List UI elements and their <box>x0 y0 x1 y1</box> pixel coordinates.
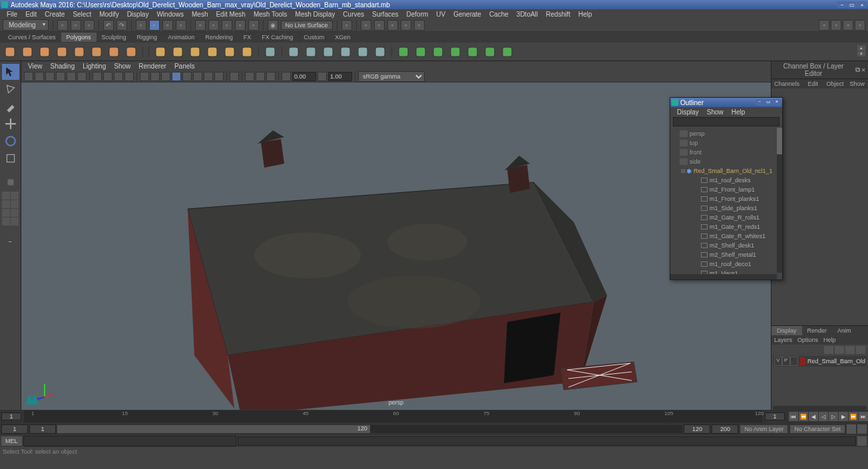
gamma-field[interactable] <box>328 72 352 81</box>
outliner-maximize-icon[interactable]: ▭ <box>764 99 772 106</box>
outliner-camera-front[interactable]: front <box>670 148 782 157</box>
menu-select[interactable]: Select <box>69 11 95 18</box>
panel-menu-renderer[interactable]: Renderer <box>134 63 170 70</box>
outliner-camera-side[interactable]: side <box>670 157 782 166</box>
xray-components-icon[interactable] <box>266 72 276 81</box>
wireframe-icon[interactable] <box>140 72 149 81</box>
film-gate-icon[interactable] <box>103 72 112 81</box>
select-camera-icon[interactable] <box>24 72 33 81</box>
outliner-camera-top[interactable]: top <box>670 138 782 148</box>
outliner-mesh-m2_Front_lamp1[interactable]: m2_Front_lamp1 <box>670 185 782 194</box>
save-scene-icon[interactable]: ▫ <box>84 20 95 31</box>
shelf-plane-icon[interactable] <box>89 45 104 59</box>
step-back-key-icon[interactable]: ⏪ <box>799 412 808 421</box>
outliner-mesh-m2_Shelf_metal1[interactable]: m2_Shelf_metal1 <box>670 250 782 259</box>
panel-layout-icon-3[interactable]: ▫ <box>843 20 853 31</box>
shelf-quad-icon[interactable] <box>413 45 428 59</box>
new-scene-icon[interactable]: ▫ <box>57 20 68 31</box>
shelf-tab-polygons[interactable]: Polygons <box>61 33 97 42</box>
lights-icon[interactable] <box>172 72 181 81</box>
shelf-target-icon[interactable] <box>483 45 497 59</box>
range-end-field[interactable] <box>684 424 710 434</box>
panel-menu-lighting[interactable]: Lighting <box>79 63 110 70</box>
menu-cache[interactable]: Cache <box>485 11 513 18</box>
command-input[interactable] <box>23 436 236 446</box>
shelf-cube-icon[interactable] <box>20 45 35 59</box>
grid-icon[interactable] <box>93 72 102 81</box>
layer-move-down-icon[interactable] <box>835 346 844 354</box>
shelf-tab-animation[interactable]: Animation <box>162 33 200 42</box>
render-settings-icon[interactable]: ▫ <box>387 20 398 31</box>
shelf-disc-icon[interactable] <box>107 45 121 59</box>
cb-tab-edit[interactable]: Edit <box>802 79 823 88</box>
current-frame-end-field[interactable] <box>765 412 785 420</box>
layout-two-h-icon[interactable] <box>2 200 10 208</box>
shelf-plat-cone-icon[interactable] <box>205 45 220 59</box>
shelf-tab-rigging[interactable]: Rigging <box>132 33 163 42</box>
shelf-torus-icon[interactable] <box>72 45 87 59</box>
panel-layout-icon-4[interactable]: ▫ <box>855 20 865 31</box>
shelf-mirror-icon[interactable] <box>448 45 463 59</box>
menu-help[interactable]: Help <box>574 11 596 18</box>
layout-custom-icon[interactable] <box>11 209 19 217</box>
shelf-extrude-icon[interactable] <box>286 45 301 59</box>
shelf-smooth-icon[interactable] <box>355 45 370 59</box>
outliner-mesh-m2_Gate_R_rolls1[interactable]: m2_Gate_R_rolls1 <box>670 213 782 222</box>
shelf-tab-rendering[interactable]: Rendering <box>200 33 238 42</box>
menu-file[interactable]: File <box>3 11 21 18</box>
shelf-crease-icon[interactable] <box>500 45 515 59</box>
layout-three-icon[interactable] <box>2 209 10 217</box>
redo-icon[interactable]: ↷ <box>116 20 127 31</box>
open-scene-icon[interactable]: ▫ <box>71 20 81 31</box>
shelf-scroll-down-icon[interactable]: ▾ <box>857 51 865 57</box>
menu-windows[interactable]: Windows <box>152 11 188 18</box>
outliner-search-field[interactable] <box>673 117 779 126</box>
range-start2-field[interactable] <box>29 424 56 434</box>
layout-persp-icon[interactable] <box>11 218 19 226</box>
shaded-icon[interactable] <box>150 72 160 81</box>
shelf-cone-icon[interactable] <box>55 45 69 59</box>
shelf-plat-sphere-icon[interactable] <box>153 45 168 59</box>
exposure-field[interactable] <box>292 72 316 81</box>
shelf-plat-cyl-icon[interactable] <box>188 45 202 59</box>
goto-end-icon[interactable]: ⏭ <box>859 412 868 421</box>
time-ruler[interactable]: 1153045607590105120 <box>24 410 762 422</box>
layer-new-selected-icon[interactable] <box>856 346 865 354</box>
shelf-tab-curves-surfaces[interactable]: Curves / Surfaces <box>3 33 61 42</box>
isolate-icon[interactable] <box>230 72 239 81</box>
layer-menu-options[interactable]: Options <box>797 337 818 343</box>
image-plane-icon[interactable] <box>56 72 65 81</box>
play-back-icon[interactable]: ◁ <box>819 412 828 421</box>
menu-edit[interactable]: Edit <box>21 11 41 18</box>
last-tool-icon[interactable] <box>2 174 19 190</box>
layer-tab-anim[interactable]: Anim <box>832 326 857 335</box>
panel-menu-show[interactable]: Show <box>110 63 134 70</box>
menu-surfaces[interactable]: Surfaces <box>368 11 402 18</box>
snap-point-icon[interactable]: ▫ <box>222 20 232 31</box>
script-editor-icon[interactable] <box>857 436 867 446</box>
layer-display-type[interactable] <box>790 357 798 366</box>
menu-mesh-display[interactable]: Mesh Display <box>291 11 339 18</box>
layer-menu-help[interactable]: Help <box>823 337 836 343</box>
menu-create[interactable]: Create <box>41 11 69 18</box>
character-set-dropdown[interactable]: No Character Set <box>789 424 845 434</box>
shelf-tab-custom[interactable]: Custom <box>298 33 329 42</box>
ipr-icon[interactable]: ▫ <box>374 20 385 31</box>
toolbox-collapse-icon[interactable]: − <box>2 234 19 249</box>
layer-play-toggle[interactable]: P <box>782 357 790 366</box>
layer-vis-toggle[interactable]: V <box>774 357 782 366</box>
channel-box-dock-icon[interactable]: ⧉ <box>855 66 860 74</box>
shelf-plat-cube-icon[interactable] <box>170 45 185 59</box>
mode-selector[interactable]: Modeling <box>3 19 49 31</box>
layout-single-icon[interactable] <box>2 192 10 200</box>
2d-pan-icon[interactable] <box>67 72 76 81</box>
expander-icon[interactable]: ⊟ <box>680 168 686 174</box>
snap-grid-icon[interactable]: ▫ <box>195 20 206 31</box>
shelf-sculpt-icon[interactable] <box>396 45 411 59</box>
shelf-sphere-icon[interactable] <box>3 45 17 59</box>
xray-joints-icon[interactable] <box>256 72 265 81</box>
layer-new-empty-icon[interactable] <box>845 346 855 354</box>
close-button[interactable]: × <box>857 1 867 8</box>
layer-tab-render[interactable]: Render <box>802 326 833 335</box>
ao-icon[interactable] <box>193 72 202 81</box>
